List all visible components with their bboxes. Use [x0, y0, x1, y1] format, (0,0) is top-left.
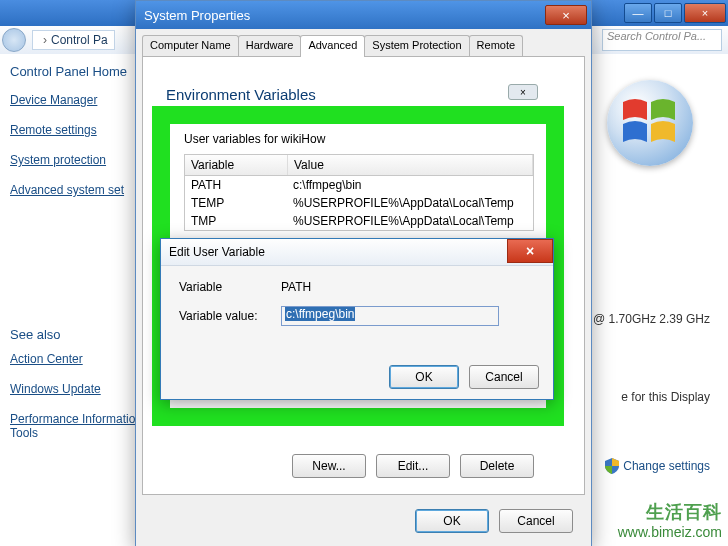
modal-title-text: Edit User Variable	[169, 245, 265, 259]
cp-minimize-button[interactable]: —	[624, 3, 652, 23]
cell-var: TMP	[185, 212, 287, 230]
delete-button[interactable]: Delete	[460, 454, 534, 478]
table-row[interactable]: PATHc:\ffmpeg\bin	[185, 176, 533, 194]
user-vars-table[interactable]: Variable Value PATHc:\ffmpeg\bin TEMP%US…	[184, 154, 534, 231]
variable-name-label: Variable	[179, 280, 281, 294]
new-button[interactable]: New...	[292, 454, 366, 478]
change-settings-label: Change settings	[623, 459, 710, 473]
variable-name-value: PATH	[281, 280, 311, 294]
cell-var: TEMP	[185, 194, 287, 212]
env-vars-close-icon[interactable]: ×	[508, 84, 538, 100]
col-variable[interactable]: Variable	[185, 155, 288, 175]
env-vars-title: Environment Variables	[166, 86, 316, 103]
selected-text: c:\ffmpeg\bin	[285, 307, 355, 321]
tab-computer-name[interactable]: Computer Name	[142, 35, 239, 57]
shield-icon	[605, 458, 619, 474]
modal-titlebar: Edit User Variable	[161, 239, 553, 266]
modal-ok-button[interactable]: OK	[389, 365, 459, 389]
sp-title-text: System Properties	[144, 8, 250, 23]
windows-logo-block	[590, 80, 710, 176]
variable-value-label: Variable value:	[179, 309, 281, 323]
watermark-url: www.bimeiz.com	[618, 524, 722, 540]
watermark: 生活百科 www.bimeiz.com	[618, 500, 722, 540]
nav-back-icon[interactable]	[2, 28, 26, 52]
cell-val: %USERPROFILE%\AppData\Local\Temp	[287, 212, 533, 230]
windows-logo-icon	[607, 80, 693, 166]
table-row[interactable]: TEMP%USERPROFILE%\AppData\Local\Temp	[185, 194, 533, 212]
env-vars-button-row: New... Edit... Delete	[292, 454, 534, 478]
cp-close-button[interactable]: ×	[684, 3, 726, 23]
sp-titlebar: System Properties	[136, 1, 591, 29]
breadcrumb-text: Control Pa	[51, 33, 108, 47]
modal-close-button[interactable]: ×	[507, 239, 553, 263]
search-input[interactable]: Search Control Pa...	[602, 29, 722, 51]
sp-tabstrip: Computer Name Hardware Advanced System P…	[142, 35, 585, 57]
table-row[interactable]: TMP%USERPROFILE%\AppData\Local\Temp	[185, 212, 533, 230]
tab-system-protection[interactable]: System Protection	[364, 35, 469, 57]
tab-advanced[interactable]: Advanced	[300, 35, 365, 57]
variable-value-input[interactable]: c:\ffmpeg\bin	[281, 306, 499, 326]
cpu-info: @ 1.70GHz 2.39 GHz	[593, 312, 710, 326]
chevron-right-icon: ›	[43, 33, 47, 47]
display-info: e for this Display	[621, 390, 710, 404]
cell-val: %USERPROFILE%\AppData\Local\Temp	[287, 194, 533, 212]
cell-val: c:\ffmpeg\bin	[287, 176, 533, 194]
change-settings-link[interactable]: Change settings	[605, 458, 710, 474]
tab-remote[interactable]: Remote	[469, 35, 524, 57]
modal-button-row: OK Cancel	[389, 365, 539, 389]
user-vars-group-label: User variables for wikiHow	[184, 132, 325, 146]
table-header-row: Variable Value	[185, 155, 533, 176]
modal-body: Variable PATH Variable value: c:\ffmpeg\…	[161, 266, 553, 326]
cell-var: PATH	[185, 176, 287, 194]
breadcrumb[interactable]: › Control Pa	[32, 30, 115, 50]
sp-cancel-button[interactable]: Cancel	[499, 509, 573, 533]
col-value[interactable]: Value	[288, 155, 533, 175]
sp-ok-button[interactable]: OK	[415, 509, 489, 533]
watermark-title: 生活百科	[618, 500, 722, 524]
sp-button-row: OK Cancel	[415, 509, 573, 533]
edit-button[interactable]: Edit...	[376, 454, 450, 478]
cp-maximize-button[interactable]: □	[654, 3, 682, 23]
tab-hardware[interactable]: Hardware	[238, 35, 302, 57]
modal-cancel-button[interactable]: Cancel	[469, 365, 539, 389]
sp-close-button[interactable]: ×	[545, 5, 587, 25]
edit-user-variable-dialog: Edit User Variable × Variable PATH Varia…	[160, 238, 554, 400]
